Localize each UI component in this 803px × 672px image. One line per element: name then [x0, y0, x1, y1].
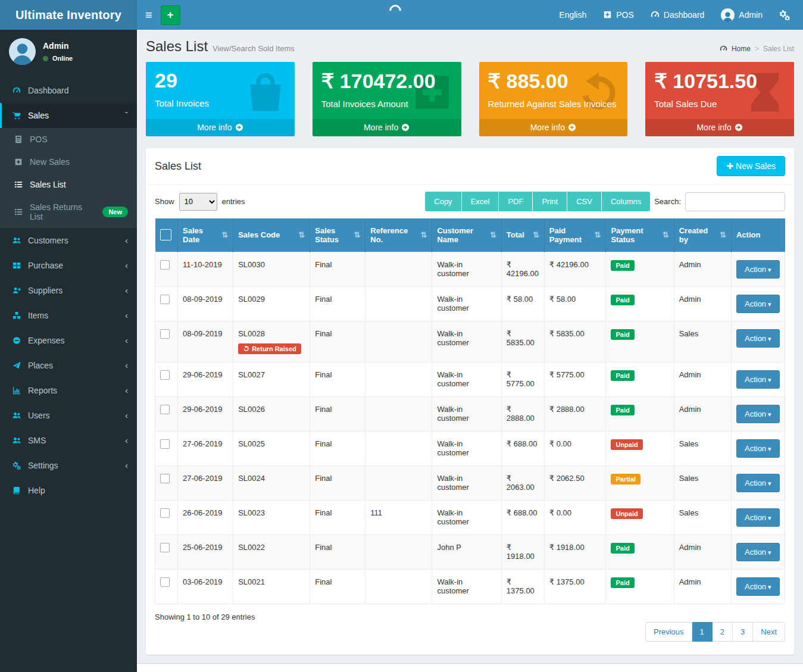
table-row: 26-06-2019SL0023Final111Walk-in customer… [155, 500, 785, 535]
customer-name-cell: John P [432, 535, 501, 569]
export-csv-button[interactable]: CSV [567, 192, 602, 211]
sidebar-link-customers[interactable]: Customers‹ [0, 228, 137, 253]
navbar-right-menu: EnglishPOSDashboardAdmin [559, 8, 803, 22]
user-menu[interactable]: Admin [721, 8, 763, 22]
sales-status-cell: Final [310, 396, 365, 431]
row-checkbox[interactable] [160, 474, 170, 483]
settings-menu[interactable] [779, 10, 790, 21]
search-input[interactable] [685, 192, 785, 211]
action-cell: Action▾ [731, 465, 785, 500]
row-select-cell [155, 500, 178, 535]
home-icon [720, 45, 727, 53]
sales-status-cell: Final [310, 431, 365, 465]
total-cell: ₹ 42196.00 [501, 252, 544, 286]
app-logo[interactable]: Ultimate Inventory [0, 0, 137, 30]
row-checkbox[interactable] [160, 370, 170, 380]
sidebar-link-sales[interactable]: Salesˇ [0, 103, 137, 128]
more-info-link[interactable]: More info [645, 119, 794, 136]
pagination-page-3[interactable]: 3 [733, 622, 753, 642]
action-button[interactable]: Action▾ [736, 508, 780, 527]
row-checkbox[interactable] [160, 405, 170, 414]
sidebar-link-new-sales[interactable]: New Sales [0, 151, 137, 173]
sidebar-link-help[interactable]: Help [0, 478, 137, 503]
action-button[interactable]: Action▾ [736, 405, 780, 423]
column-header-sales-date[interactable]: Sales Date⇅ [178, 218, 233, 252]
row-checkbox[interactable] [160, 543, 170, 552]
return-raised-badge: Return Raised [238, 343, 301, 354]
column-header-sales-status[interactable]: Sales Status⇅ [310, 218, 365, 252]
arrow-circle-right-icon [398, 123, 410, 132]
export-print-button[interactable]: Print [533, 192, 567, 211]
column-header-paid-payment[interactable]: Paid Payment⇅ [544, 218, 606, 252]
payment-status-badge: Paid [611, 295, 634, 305]
table-header-row: Sales Date⇅Sales Code⇅Sales Status⇅Refer… [155, 218, 785, 252]
pagination-page-2[interactable]: 2 [713, 622, 733, 642]
action-button[interactable]: Action▾ [736, 370, 780, 389]
action-button[interactable]: Action▾ [736, 543, 780, 561]
action-button[interactable]: Action▾ [736, 577, 780, 596]
action-button[interactable]: Action▾ [736, 329, 780, 348]
pagination-previous[interactable]: Previous [645, 622, 692, 642]
export-copy-button[interactable]: Copy [425, 192, 461, 211]
sidebar-link-sales-list[interactable]: Sales List [0, 173, 137, 196]
sidebar-link-reports[interactable]: Reports‹ [0, 378, 137, 403]
sidebar-item-customers: Customers‹ [0, 228, 137, 253]
sidebar-toggle-icon[interactable]: ≡ [137, 0, 161, 30]
language-menu[interactable]: English [559, 10, 586, 20]
pos-link[interactable]: POS [603, 10, 634, 20]
column-header-reference-no[interactable]: Reference No.⇅ [365, 218, 432, 252]
sidebar-link-dashboard[interactable]: Dashboard [0, 78, 137, 103]
column-header-sales-code[interactable]: Sales Code⇅ [233, 218, 310, 252]
select-all-checkbox[interactable] [160, 229, 171, 240]
sidebar-item-help: Help [0, 478, 137, 503]
sidebar-link-sms[interactable]: SMS‹ [0, 428, 137, 453]
row-checkbox[interactable] [160, 329, 170, 339]
paid-payment-cell: ₹ 1375.00 [544, 569, 606, 604]
reference-no-cell [365, 321, 432, 362]
export-pdf-button[interactable]: PDF [499, 192, 533, 211]
action-button[interactable]: Action▾ [736, 295, 780, 313]
more-info-link[interactable]: More info [146, 119, 295, 136]
action-button[interactable]: Action▾ [736, 474, 780, 492]
column-header-action: Action [731, 218, 785, 252]
cart-icon [11, 111, 22, 120]
page-length-select[interactable]: 10 [179, 193, 217, 211]
sidebar-link-pos[interactable]: POS [0, 128, 137, 151]
sidebar-link-places[interactable]: Places‹ [0, 353, 137, 378]
pagination-page-1[interactable]: 1 [692, 622, 713, 642]
action-button[interactable]: Action▾ [736, 439, 780, 458]
row-checkbox[interactable] [160, 508, 170, 518]
sales-code-cell: SL0029 [233, 286, 310, 321]
more-info-link[interactable]: More info [479, 119, 628, 136]
row-checkbox[interactable] [160, 260, 170, 270]
quick-add-button[interactable]: + [161, 5, 180, 25]
sidebar-link-expenses[interactable]: Expenses‹ [0, 328, 137, 353]
sidebar-link-sales-returns-list[interactable]: Sales Returns ListNew [0, 196, 137, 228]
more-info-link[interactable]: More info [313, 119, 461, 136]
sidebar-link-purchase[interactable]: Purchase‹ [0, 253, 137, 278]
column-header-customer-name[interactable]: Customer Name⇅ [432, 218, 501, 252]
row-checkbox[interactable] [160, 439, 170, 449]
pagination-next[interactable]: Next [753, 622, 785, 642]
new-sales-button[interactable]: ✚ New Sales [717, 156, 785, 176]
sidebar-link-items[interactable]: Items‹ [0, 303, 137, 328]
column-header-payment-status[interactable]: Payment Status⇅ [606, 218, 674, 252]
row-checkbox[interactable] [160, 577, 170, 587]
export-columns-button[interactable]: Columns [602, 192, 650, 211]
caret-down-icon: ▾ [768, 514, 771, 521]
sidebar-link-users[interactable]: Users‹ [0, 403, 137, 428]
column-header-created-by[interactable]: Created by⇅ [674, 218, 731, 252]
sales-code-cell: SL0027 [233, 362, 310, 396]
content-area: Sales List View/Search Sold Items Home >… [137, 30, 803, 655]
sidebar-link-settings[interactable]: Settings‹ [0, 453, 137, 478]
caret-down-icon: ▾ [768, 301, 771, 308]
chevron-left-icon: ‹ [125, 438, 128, 443]
export-excel-button[interactable]: Excel [462, 192, 499, 211]
action-button[interactable]: Action▾ [736, 260, 780, 279]
row-checkbox[interactable] [160, 295, 170, 304]
column-header-total[interactable]: Total⇅ [501, 218, 544, 252]
sidebar-item-pos: POS [0, 128, 137, 151]
breadcrumb-home[interactable]: Home [732, 45, 751, 53]
dashboard-link[interactable]: Dashboard [651, 10, 705, 20]
sidebar-link-suppliers[interactable]: Suppliers‹ [0, 278, 137, 303]
